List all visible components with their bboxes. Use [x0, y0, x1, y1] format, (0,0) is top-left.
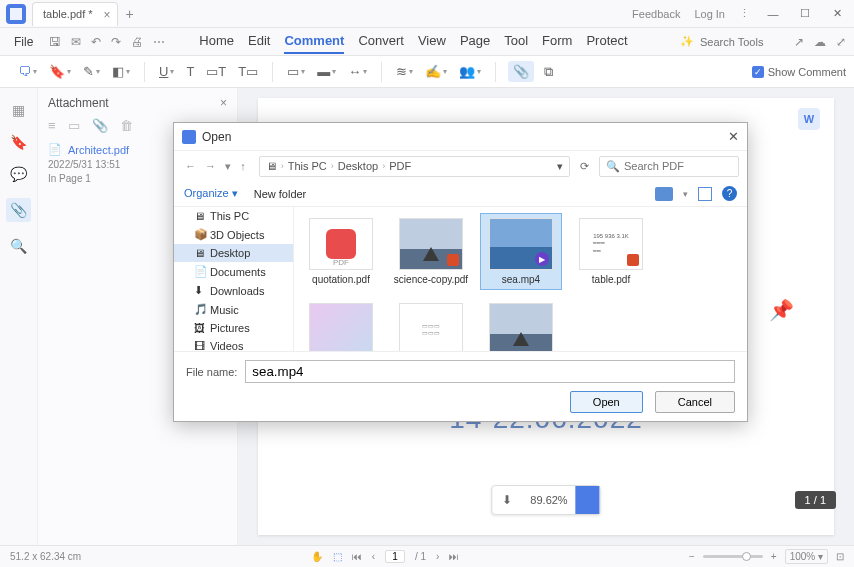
preview-pane-icon[interactable]: [698, 187, 712, 201]
file-item[interactable]: tezos-WN5_7UBc7cw-unsplash.gif: [300, 298, 382, 351]
tree-item-pictures[interactable]: 🖼Pictures: [174, 319, 293, 337]
dialog-search-input[interactable]: [624, 160, 732, 172]
last-page-icon[interactable]: ⏭: [449, 551, 459, 562]
menu-file[interactable]: File: [8, 35, 39, 49]
panel-open-icon[interactable]: ▭: [68, 118, 80, 133]
cloud-icon[interactable]: ☁: [814, 35, 826, 49]
pencil-tool[interactable]: ✎▾: [81, 62, 102, 81]
close-icon[interactable]: ✕: [828, 5, 846, 23]
shape-rect-tool[interactable]: ▭▾: [285, 62, 307, 81]
file-item[interactable]: 195 936 3.1K━━━━━ table.pdf: [570, 213, 652, 290]
text-tool[interactable]: T: [184, 62, 196, 81]
dialog-close-icon[interactable]: ✕: [728, 129, 739, 144]
file-item[interactable]: ▭▭▭▭▭▭: [390, 298, 472, 351]
view-mode-button[interactable]: [655, 187, 673, 201]
word-badge-icon[interactable]: W: [798, 108, 820, 130]
dialog-search[interactable]: 🔍: [599, 156, 739, 177]
bookmarks-icon[interactable]: 🔖: [10, 134, 27, 150]
login-link[interactable]: Log In: [694, 8, 725, 20]
tab-add-icon[interactable]: +: [126, 6, 134, 22]
eraser-tool[interactable]: ◧▾: [110, 62, 132, 81]
tree-item-3d-objects[interactable]: 📦3D Objects: [174, 225, 293, 244]
hand-tool-icon[interactable]: ✋: [311, 551, 323, 562]
underline-tool[interactable]: U▾: [157, 62, 176, 81]
zoom-slider-handle[interactable]: [576, 486, 600, 514]
tree-item-videos[interactable]: 🎞Videos: [174, 337, 293, 351]
menu-tab-view[interactable]: View: [418, 29, 446, 54]
maximize-icon[interactable]: ☐: [796, 5, 814, 23]
menu-tab-edit[interactable]: Edit: [248, 29, 270, 54]
save-icon[interactable]: 🖫: [49, 35, 61, 49]
file-name-input[interactable]: [252, 364, 728, 379]
fit-page-icon[interactable]: ⊡: [836, 551, 844, 562]
panel-list-icon[interactable]: ≡: [48, 118, 56, 133]
nav-up-icon[interactable]: ↑: [240, 160, 246, 172]
menu-tab-page[interactable]: Page: [460, 29, 490, 54]
panel-attach-icon[interactable]: 📎: [92, 118, 108, 133]
titlebar-more-icon[interactable]: ⋮: [739, 7, 750, 20]
select-tool-icon[interactable]: ⬚: [333, 551, 342, 562]
organize-menu[interactable]: Organize ▾: [184, 187, 238, 200]
tree-item-downloads[interactable]: ⬇Downloads: [174, 281, 293, 300]
file-item[interactable]: science-copy.pdf: [390, 213, 472, 290]
textbox-tool[interactable]: ▭T: [204, 62, 228, 81]
bookmark-tool[interactable]: 🔖▾: [47, 62, 73, 81]
prev-page-icon[interactable]: ‹: [372, 551, 375, 562]
nav-recent-icon[interactable]: ▾: [225, 160, 231, 172]
share-icon[interactable]: ↗: [794, 35, 804, 49]
file-item[interactable]: PDF quotation.pdf: [300, 213, 382, 290]
breadcrumb-item[interactable]: This PC: [288, 160, 327, 172]
zoom-select[interactable]: 100% ▾: [785, 549, 828, 564]
breadcrumb-item[interactable]: PDF: [389, 160, 411, 172]
redo-icon[interactable]: ↷: [111, 35, 121, 49]
breadcrumb-item[interactable]: Desktop: [338, 160, 378, 172]
panel-delete-icon[interactable]: 🗑: [120, 118, 133, 133]
undo-icon[interactable]: ↶: [91, 35, 101, 49]
cancel-button[interactable]: Cancel: [655, 391, 735, 413]
pin-annotation-icon[interactable]: 📌: [769, 298, 794, 322]
collaborate-tool[interactable]: 👥▾: [457, 62, 483, 81]
search-panel-icon[interactable]: 🔍: [10, 238, 27, 254]
menu-tab-form[interactable]: Form: [542, 29, 572, 54]
panel-close-icon[interactable]: ×: [220, 96, 227, 110]
shape-line-tool[interactable]: ▬▾: [315, 62, 338, 81]
attachments-icon[interactable]: 📎: [6, 198, 31, 222]
menu-tab-protect[interactable]: Protect: [586, 29, 627, 54]
breadcrumb-dropdown-icon[interactable]: ▾: [557, 160, 563, 173]
help-icon[interactable]: ?: [722, 186, 737, 201]
next-page-icon[interactable]: ›: [436, 551, 439, 562]
tree-item-documents[interactable]: 📄Documents: [174, 262, 293, 281]
file-item-selected[interactable]: ▶ sea.mp4: [480, 213, 562, 290]
expand-icon[interactable]: ⤢: [836, 35, 846, 49]
file-name-combo[interactable]: [245, 360, 735, 383]
compare-tool[interactable]: ⧉: [542, 62, 555, 82]
menu-tab-convert[interactable]: Convert: [358, 29, 404, 54]
breadcrumb[interactable]: 🖥 › This PC › Desktop › PDF ▾: [259, 156, 570, 177]
print-icon[interactable]: 🖨: [131, 35, 143, 49]
zoom-out-icon[interactable]: −: [689, 551, 695, 562]
search-tools-input[interactable]: [700, 36, 780, 48]
document-tab[interactable]: table.pdf * ×: [32, 2, 118, 26]
more-icon[interactable]: ⋯: [153, 35, 165, 49]
stamp-tool[interactable]: ≋▾: [394, 62, 415, 81]
minimize-icon[interactable]: —: [764, 5, 782, 23]
signature-tool[interactable]: ✍▾: [423, 62, 449, 81]
tree-item-this-pc[interactable]: 🖥This PC: [174, 207, 293, 225]
comments-icon[interactable]: 💬: [10, 166, 27, 182]
tab-close-icon[interactable]: ×: [104, 8, 111, 22]
nav-forward-icon[interactable]: →: [205, 160, 216, 172]
zoom-in-icon[interactable]: +: [771, 551, 777, 562]
mail-icon[interactable]: ✉: [71, 35, 81, 49]
zoom-slider[interactable]: [703, 555, 763, 558]
callout-tool[interactable]: T▭: [236, 62, 260, 81]
nav-back-icon[interactable]: ←: [185, 160, 196, 172]
new-folder-button[interactable]: New folder: [254, 188, 307, 200]
tree-item-music[interactable]: 🎵Music: [174, 300, 293, 319]
open-button[interactable]: Open: [570, 391, 643, 413]
menu-tab-comment[interactable]: Comment: [284, 29, 344, 54]
menu-tab-tool[interactable]: Tool: [504, 29, 528, 54]
attachment-tool[interactable]: 📎: [508, 61, 534, 82]
search-tools[interactable]: ✨: [680, 35, 780, 48]
first-page-icon[interactable]: ⏮: [352, 551, 362, 562]
menu-tab-home[interactable]: Home: [199, 29, 234, 54]
